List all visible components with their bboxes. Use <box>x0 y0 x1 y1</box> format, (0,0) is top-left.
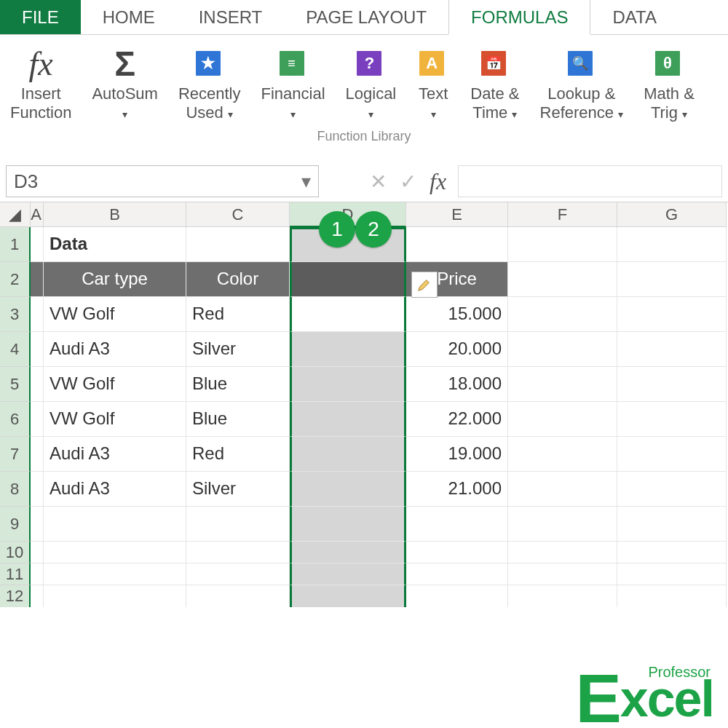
cell-D6[interactable] <box>290 402 406 437</box>
tab-data[interactable]: DATA <box>590 0 678 34</box>
cell-D5[interactable] <box>290 367 406 402</box>
cell-B11[interactable] <box>44 563 186 585</box>
cell-D10[interactable] <box>290 542 406 563</box>
cell-E10[interactable] <box>406 542 508 563</box>
cell-G10[interactable] <box>617 542 727 563</box>
cell-G2[interactable] <box>617 262 727 297</box>
cell-G11[interactable] <box>617 563 727 585</box>
logical-button[interactable]: ? Logical▾ <box>336 39 407 127</box>
cell-C12[interactable] <box>186 585 290 607</box>
cancel-formula-icon[interactable]: ✕ <box>370 170 387 194</box>
row-header-5[interactable]: 5 <box>0 367 31 402</box>
cell-G9[interactable] <box>617 507 727 542</box>
cell-B6[interactable]: VW Golf <box>44 402 186 437</box>
cell-G5[interactable] <box>617 367 727 402</box>
col-header-F[interactable]: F <box>508 202 617 227</box>
cell-B5[interactable]: VW Golf <box>44 367 186 402</box>
cell-A5[interactable] <box>31 367 44 402</box>
cell-A7[interactable] <box>31 437 44 472</box>
cell-G4[interactable] <box>617 332 727 367</box>
paste-options-icon[interactable] <box>411 272 438 298</box>
cell-A6[interactable] <box>31 402 44 437</box>
row-header-7[interactable]: 7 <box>0 437 31 472</box>
cell-E7[interactable]: 19.000 <box>406 437 508 472</box>
cell-E11[interactable] <box>406 563 508 585</box>
row-header-9[interactable]: 9 <box>0 507 31 542</box>
cell-E6[interactable]: 22.000 <box>406 402 508 437</box>
cell-E12[interactable] <box>406 585 508 607</box>
cell-C8[interactable]: Silver <box>186 472 290 507</box>
cell-D12[interactable] <box>290 585 406 607</box>
cell-B10[interactable] <box>44 542 186 563</box>
cell-D4[interactable] <box>290 332 406 367</box>
col-header-B[interactable]: B <box>44 202 186 227</box>
cell-A12[interactable] <box>31 585 44 607</box>
cell-B12[interactable] <box>44 585 186 607</box>
cell-F4[interactable] <box>508 332 617 367</box>
cell-C3[interactable]: Red <box>186 297 290 332</box>
tab-formulas[interactable]: FORMULAS <box>448 0 590 35</box>
cell-G1[interactable] <box>617 227 727 262</box>
cell-C7[interactable]: Red <box>186 437 290 472</box>
select-all-corner[interactable]: ◢ <box>0 202 31 227</box>
formula-input[interactable] <box>458 165 722 197</box>
cell-A2[interactable] <box>31 262 44 297</box>
cell-B9[interactable] <box>44 507 186 542</box>
col-header-G[interactable]: G <box>617 202 727 227</box>
cell-C4[interactable]: Silver <box>186 332 290 367</box>
cell-G12[interactable] <box>617 585 727 607</box>
cell-F7[interactable] <box>508 437 617 472</box>
cell-C10[interactable] <box>186 542 290 563</box>
cell-A11[interactable] <box>31 563 44 585</box>
cell-D11[interactable] <box>290 563 406 585</box>
row-header-12[interactable]: 12 <box>0 585 31 607</box>
cell-D3-active[interactable] <box>290 297 406 332</box>
tab-page-layout[interactable]: PAGE LAYOUT <box>284 0 448 34</box>
cell-B3[interactable]: VW Golf <box>44 297 186 332</box>
cell-D8[interactable] <box>290 472 406 507</box>
col-header-E[interactable]: E <box>406 202 508 227</box>
cell-B1[interactable]: Data <box>44 227 186 262</box>
row-header-2[interactable]: 2 <box>0 262 31 297</box>
cell-F12[interactable] <box>508 585 617 607</box>
cell-A10[interactable] <box>31 542 44 563</box>
tab-file[interactable]: FILE <box>0 0 81 34</box>
cell-G8[interactable] <box>617 472 727 507</box>
cell-G3[interactable] <box>617 297 727 332</box>
cell-C1[interactable] <box>186 227 290 262</box>
cell-F6[interactable] <box>508 402 617 437</box>
cell-E5[interactable]: 18.000 <box>406 367 508 402</box>
recently-used-button[interactable]: ★ Recently Used ▾ <box>168 39 251 127</box>
cell-E3[interactable]: 15.000 <box>406 297 508 332</box>
cell-B7[interactable]: Audi A3 <box>44 437 186 472</box>
cell-D2[interactable] <box>290 262 406 297</box>
cell-A4[interactable] <box>31 332 44 367</box>
accept-formula-icon[interactable]: ✓ <box>400 170 416 194</box>
cell-F2[interactable] <box>508 262 617 297</box>
col-header-A[interactable]: A <box>31 202 44 227</box>
tab-home[interactable]: HOME <box>81 0 177 34</box>
row-header-11[interactable]: 11 <box>0 563 31 585</box>
cell-E9[interactable] <box>406 507 508 542</box>
cell-E4[interactable]: 20.000 <box>406 332 508 367</box>
cell-F9[interactable] <box>508 507 617 542</box>
row-header-8[interactable]: 8 <box>0 472 31 507</box>
name-box[interactable]: D3▾ <box>6 165 319 197</box>
cell-C5[interactable]: Blue <box>186 367 290 402</box>
cell-F3[interactable] <box>508 297 617 332</box>
fx-label-icon[interactable]: fx <box>430 168 446 195</box>
insert-function-button[interactable]: fx Insert Function <box>0 39 82 127</box>
lookup-reference-button[interactable]: 🔍 Lookup & Reference ▾ <box>530 39 634 127</box>
cell-F11[interactable] <box>508 563 617 585</box>
text-button[interactable]: A Text▾ <box>406 39 460 127</box>
cell-E1[interactable] <box>406 227 508 262</box>
cell-C9[interactable] <box>186 507 290 542</box>
cell-B8[interactable]: Audi A3 <box>44 472 186 507</box>
cell-A3[interactable] <box>31 297 44 332</box>
cell-A8[interactable] <box>31 472 44 507</box>
cell-F8[interactable] <box>508 472 617 507</box>
cell-C2[interactable]: Color <box>186 262 290 297</box>
cell-B2[interactable]: Car type <box>44 262 186 297</box>
date-time-button[interactable]: 📅 Date & Time ▾ <box>460 39 529 127</box>
cell-C11[interactable] <box>186 563 290 585</box>
